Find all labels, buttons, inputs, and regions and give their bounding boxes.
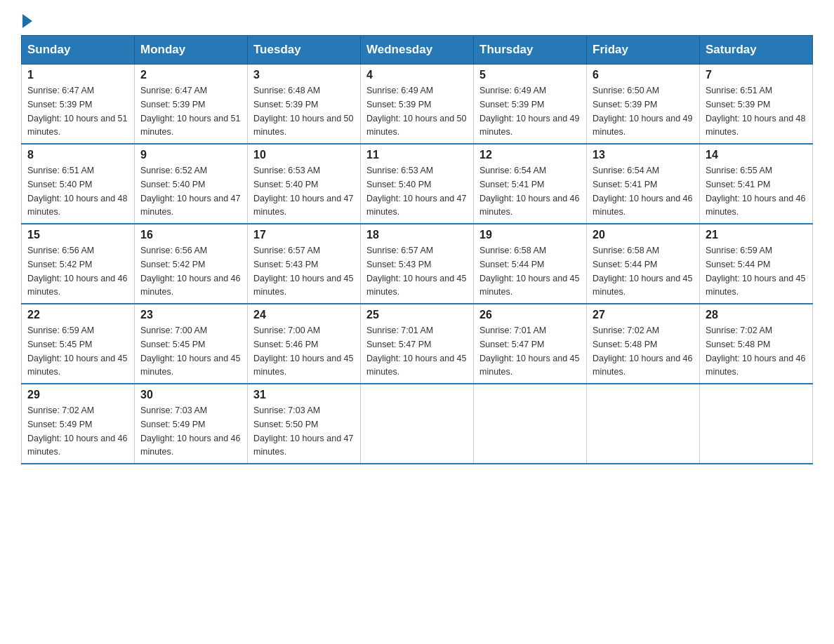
day-number: 10	[253, 149, 355, 161]
day-number: 8	[27, 149, 128, 161]
day-number: 13	[593, 149, 694, 161]
day-info: Sunrise: 6:53 AMSunset: 5:40 PMDaylight:…	[253, 166, 353, 217]
day-info: Sunrise: 6:51 AMSunset: 5:39 PMDaylight:…	[706, 86, 805, 137]
day-header-friday: Friday	[587, 36, 700, 65]
calendar-table: SundayMondayTuesdayWednesdayThursdayFrid…	[21, 35, 813, 464]
week-row-1: 1 Sunrise: 6:47 AMSunset: 5:39 PMDayligh…	[22, 65, 813, 145]
day-number: 30	[140, 389, 241, 401]
day-number: 1	[27, 69, 128, 81]
day-info: Sunrise: 6:52 AMSunset: 5:40 PMDaylight:…	[140, 166, 240, 217]
day-info: Sunrise: 7:00 AMSunset: 5:45 PMDaylight:…	[140, 326, 240, 377]
calendar-cell: 30 Sunrise: 7:03 AMSunset: 5:49 PMDaylig…	[135, 384, 248, 464]
calendar-cell: 26 Sunrise: 7:01 AMSunset: 5:47 PMDaylig…	[474, 304, 587, 384]
day-info: Sunrise: 6:58 AMSunset: 5:44 PMDaylight:…	[593, 246, 692, 297]
calendar-cell: 7 Sunrise: 6:51 AMSunset: 5:39 PMDayligh…	[700, 65, 813, 145]
calendar-cell: 19 Sunrise: 6:58 AMSunset: 5:44 PMDaylig…	[474, 224, 587, 304]
day-header-sunday: Sunday	[22, 36, 135, 65]
calendar-cell: 15 Sunrise: 6:56 AMSunset: 5:42 PMDaylig…	[22, 224, 135, 304]
day-info: Sunrise: 7:01 AMSunset: 5:47 PMDaylight:…	[479, 326, 579, 377]
day-info: Sunrise: 6:59 AMSunset: 5:45 PMDaylight:…	[27, 326, 127, 377]
day-number: 28	[706, 309, 807, 321]
day-info: Sunrise: 6:47 AMSunset: 5:39 PMDaylight:…	[140, 86, 240, 137]
day-number: 26	[479, 309, 581, 321]
day-number: 25	[366, 309, 468, 321]
day-info: Sunrise: 6:57 AMSunset: 5:43 PMDaylight:…	[366, 246, 466, 297]
calendar-cell: 4 Sunrise: 6:49 AMSunset: 5:39 PMDayligh…	[361, 65, 474, 145]
calendar-cell: 16 Sunrise: 6:56 AMSunset: 5:42 PMDaylig…	[135, 224, 248, 304]
calendar-cell: 31 Sunrise: 7:03 AMSunset: 5:50 PMDaylig…	[248, 384, 361, 464]
calendar-cell: 25 Sunrise: 7:01 AMSunset: 5:47 PMDaylig…	[361, 304, 474, 384]
calendar-cell: 8 Sunrise: 6:51 AMSunset: 5:40 PMDayligh…	[22, 144, 135, 224]
day-info: Sunrise: 7:03 AMSunset: 5:50 PMDaylight:…	[253, 405, 353, 457]
week-row-3: 15 Sunrise: 6:56 AMSunset: 5:42 PMDaylig…	[22, 224, 813, 304]
logo	[21, 14, 34, 28]
day-number: 9	[140, 149, 241, 161]
day-info: Sunrise: 6:49 AMSunset: 5:39 PMDaylight:…	[479, 86, 579, 137]
day-info: Sunrise: 6:47 AMSunset: 5:39 PMDaylight:…	[27, 86, 127, 137]
calendar-cell: 24 Sunrise: 7:00 AMSunset: 5:46 PMDaylig…	[248, 304, 361, 384]
calendar-cell: 1 Sunrise: 6:47 AMSunset: 5:39 PMDayligh…	[22, 65, 135, 145]
calendar-cell	[474, 384, 587, 464]
day-info: Sunrise: 6:55 AMSunset: 5:41 PMDaylight:…	[706, 166, 805, 217]
day-info: Sunrise: 6:54 AMSunset: 5:41 PMDaylight:…	[479, 166, 579, 217]
day-info: Sunrise: 7:02 AMSunset: 5:49 PMDaylight:…	[27, 405, 127, 457]
day-number: 15	[27, 229, 128, 241]
page-header	[21, 14, 813, 28]
day-number: 6	[593, 69, 694, 81]
calendar-cell: 23 Sunrise: 7:00 AMSunset: 5:45 PMDaylig…	[135, 304, 248, 384]
day-number: 31	[253, 389, 355, 401]
calendar-cell: 2 Sunrise: 6:47 AMSunset: 5:39 PMDayligh…	[135, 65, 248, 145]
calendar-cell: 17 Sunrise: 6:57 AMSunset: 5:43 PMDaylig…	[248, 224, 361, 304]
day-header-tuesday: Tuesday	[248, 36, 361, 65]
day-number: 17	[253, 229, 355, 241]
day-info: Sunrise: 6:51 AMSunset: 5:40 PMDaylight:…	[27, 166, 127, 217]
calendar-cell	[361, 384, 474, 464]
day-header-saturday: Saturday	[700, 36, 813, 65]
day-number: 20	[593, 229, 694, 241]
calendar-cell: 9 Sunrise: 6:52 AMSunset: 5:40 PMDayligh…	[135, 144, 248, 224]
day-info: Sunrise: 6:50 AMSunset: 5:39 PMDaylight:…	[593, 86, 692, 137]
day-number: 2	[140, 69, 241, 81]
day-info: Sunrise: 7:02 AMSunset: 5:48 PMDaylight:…	[593, 326, 692, 377]
day-info: Sunrise: 6:56 AMSunset: 5:42 PMDaylight:…	[140, 246, 240, 297]
calendar-cell: 20 Sunrise: 6:58 AMSunset: 5:44 PMDaylig…	[587, 224, 700, 304]
day-info: Sunrise: 6:59 AMSunset: 5:44 PMDaylight:…	[706, 246, 805, 297]
day-info: Sunrise: 6:58 AMSunset: 5:44 PMDaylight:…	[479, 246, 579, 297]
day-number: 3	[253, 69, 355, 81]
day-info: Sunrise: 6:54 AMSunset: 5:41 PMDaylight:…	[593, 166, 692, 217]
calendar-cell	[700, 384, 813, 464]
calendar-cell: 3 Sunrise: 6:48 AMSunset: 5:39 PMDayligh…	[248, 65, 361, 145]
day-info: Sunrise: 7:03 AMSunset: 5:49 PMDaylight:…	[140, 405, 240, 457]
day-number: 22	[27, 309, 128, 321]
day-number: 29	[27, 389, 128, 401]
calendar-cell: 6 Sunrise: 6:50 AMSunset: 5:39 PMDayligh…	[587, 65, 700, 145]
day-number: 24	[253, 309, 355, 321]
calendar-header: SundayMondayTuesdayWednesdayThursdayFrid…	[22, 36, 813, 65]
day-info: Sunrise: 6:53 AMSunset: 5:40 PMDaylight:…	[366, 166, 466, 217]
calendar-cell: 21 Sunrise: 6:59 AMSunset: 5:44 PMDaylig…	[700, 224, 813, 304]
day-number: 5	[479, 69, 581, 81]
day-info: Sunrise: 7:01 AMSunset: 5:47 PMDaylight:…	[366, 326, 466, 377]
day-info: Sunrise: 7:02 AMSunset: 5:48 PMDaylight:…	[706, 326, 805, 377]
calendar-cell: 18 Sunrise: 6:57 AMSunset: 5:43 PMDaylig…	[361, 224, 474, 304]
day-header-thursday: Thursday	[474, 36, 587, 65]
day-number: 27	[593, 309, 694, 321]
calendar-body: 1 Sunrise: 6:47 AMSunset: 5:39 PMDayligh…	[22, 65, 813, 464]
logo-arrow-icon	[22, 14, 32, 28]
day-info: Sunrise: 6:48 AMSunset: 5:39 PMDaylight:…	[253, 86, 353, 137]
calendar-cell: 12 Sunrise: 6:54 AMSunset: 5:41 PMDaylig…	[474, 144, 587, 224]
day-number: 12	[479, 149, 581, 161]
calendar-cell: 13 Sunrise: 6:54 AMSunset: 5:41 PMDaylig…	[587, 144, 700, 224]
day-info: Sunrise: 7:00 AMSunset: 5:46 PMDaylight:…	[253, 326, 353, 377]
day-header-row: SundayMondayTuesdayWednesdayThursdayFrid…	[22, 36, 813, 65]
day-header-monday: Monday	[135, 36, 248, 65]
calendar-cell: 28 Sunrise: 7:02 AMSunset: 5:48 PMDaylig…	[700, 304, 813, 384]
week-row-5: 29 Sunrise: 7:02 AMSunset: 5:49 PMDaylig…	[22, 384, 813, 464]
day-number: 19	[479, 229, 581, 241]
day-header-wednesday: Wednesday	[361, 36, 474, 65]
day-info: Sunrise: 6:57 AMSunset: 5:43 PMDaylight:…	[253, 246, 353, 297]
calendar-cell: 27 Sunrise: 7:02 AMSunset: 5:48 PMDaylig…	[587, 304, 700, 384]
calendar-cell: 14 Sunrise: 6:55 AMSunset: 5:41 PMDaylig…	[700, 144, 813, 224]
calendar-cell: 22 Sunrise: 6:59 AMSunset: 5:45 PMDaylig…	[22, 304, 135, 384]
calendar-cell: 10 Sunrise: 6:53 AMSunset: 5:40 PMDaylig…	[248, 144, 361, 224]
